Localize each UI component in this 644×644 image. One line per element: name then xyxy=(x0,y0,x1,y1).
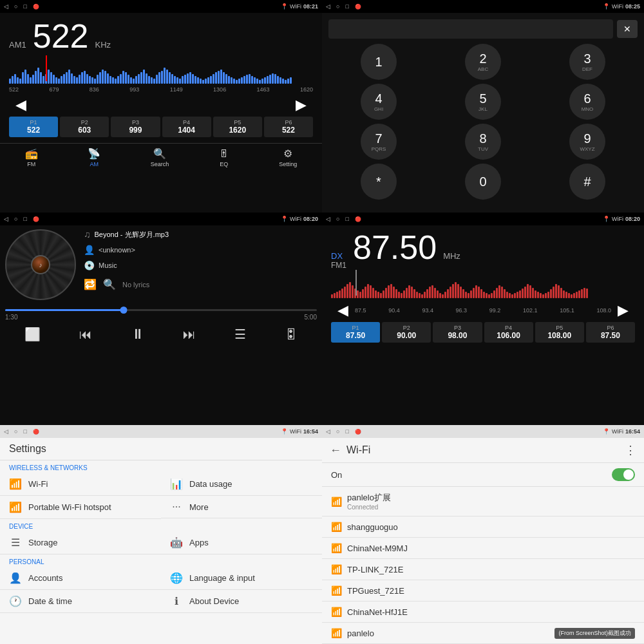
music-stop-btn[interactable]: ⬜ xyxy=(24,327,41,342)
am-tool-eq[interactable]: 🎚 EQ xyxy=(219,148,229,167)
phone-key-6[interactable]: 6MNO xyxy=(569,84,605,120)
music-recents[interactable]: □ xyxy=(23,216,26,222)
phone-key-7[interactable]: 7PQRS xyxy=(361,124,397,160)
phone-recents-icon[interactable]: □ xyxy=(345,3,348,10)
am-preset-6[interactable]: P6 522 xyxy=(264,117,313,137)
fm-spectrum-bar xyxy=(352,285,354,298)
fm-prev-btn[interactable]: ◀ xyxy=(337,302,348,319)
am-preset-2-freq: 603 xyxy=(61,126,108,135)
fm-spectrum-bar xyxy=(424,292,426,298)
settings-recents[interactable]: □ xyxy=(23,428,26,435)
am-preset-4-num: P4 xyxy=(164,119,210,126)
phone-key-4[interactable]: 4GHI xyxy=(361,84,397,120)
am-tool-setting[interactable]: ⚙ Setting xyxy=(279,147,297,167)
am-preset-4[interactable]: P4 1404 xyxy=(162,117,211,137)
music-play-pause-btn[interactable]: ⏸ xyxy=(131,326,145,343)
fm-spectrum-bar xyxy=(450,287,451,298)
settings-wifi-item[interactable]: 📶 Wi-Fi xyxy=(0,473,161,496)
am-navigation: ◀ ▶ xyxy=(9,95,313,115)
music-progress-thumb[interactable] xyxy=(120,307,127,314)
am-home-icon[interactable]: ○ xyxy=(14,3,17,10)
phone-key-3[interactable]: 3DEF xyxy=(569,44,605,80)
am-preset-1[interactable]: P1 522 xyxy=(9,117,58,137)
am-spectrum-bar xyxy=(246,75,248,84)
phone-key-9[interactable]: 9WXYZ xyxy=(569,124,605,160)
music-equalizer-btn[interactable]: 🎛 xyxy=(285,327,298,342)
fm-spectrum-bar xyxy=(416,292,418,298)
fm-home[interactable]: ○ xyxy=(336,216,339,222)
fm-spectrum-bar xyxy=(413,289,415,298)
phone-key-8[interactable]: 8TUV xyxy=(465,124,501,160)
am-prev-btn[interactable]: ◀ xyxy=(15,97,26,113)
phone-nav-icon[interactable]: ◁ xyxy=(326,3,330,10)
fm-preset-4[interactable]: P4 106.00 xyxy=(484,322,533,343)
wifi-toggle[interactable] xyxy=(612,468,635,481)
am-spectrum-bar xyxy=(112,77,114,84)
settings-storage-item[interactable]: ☰ Storage xyxy=(0,531,161,554)
settings-accounts-item[interactable]: 👤 Accounts xyxy=(0,567,161,590)
phone-key-star[interactable]: * xyxy=(361,164,397,200)
settings-nav-back[interactable]: ◁ xyxy=(4,428,8,435)
fm-spectrum-bar xyxy=(516,292,518,298)
wifi-nav-back[interactable]: ◁ xyxy=(326,428,330,435)
wifi-network-panlelo[interactable]: 📶 panlelo扩展 Connected xyxy=(322,487,644,516)
music-home[interactable]: ○ xyxy=(14,216,17,222)
wifi-network-tplink[interactable]: 📶 TP-LINK_721E xyxy=(322,559,644,580)
phone-key-hash[interactable]: # xyxy=(569,164,605,200)
phone-home-icon[interactable]: ○ xyxy=(336,3,339,10)
wifi-recents[interactable]: □ xyxy=(345,428,348,435)
settings-more-item[interactable]: ··· More xyxy=(161,496,322,518)
music-playlist-btn[interactable]: ☰ xyxy=(234,327,246,342)
music-search-btn[interactable]: 🔍 xyxy=(103,278,116,290)
wifi-network-shang[interactable]: 📶 shangguoguo xyxy=(322,516,644,538)
am-nav-back-icon[interactable]: ◁ xyxy=(4,3,8,10)
am-tool-search[interactable]: 🔍 Search xyxy=(151,147,169,167)
phone-number-input[interactable] xyxy=(328,19,613,39)
phone-backspace-btn[interactable]: ✕ xyxy=(617,20,638,38)
settings-apps-item[interactable]: 🤖 Apps xyxy=(161,531,322,554)
music-nav-back[interactable]: ◁ xyxy=(4,216,8,222)
fm-spectrum: const fmH = [6,8,10,12,15,18,22,25,20,15… xyxy=(331,270,635,301)
fm-next-btn[interactable]: ▶ xyxy=(618,302,629,319)
music-repeat-btn[interactable]: 🔁 xyxy=(84,278,97,290)
fm-spectrum-bar xyxy=(571,294,573,298)
fm-recents[interactable]: □ xyxy=(345,216,348,222)
phone-key-1[interactable]: 1 xyxy=(361,44,397,80)
phone-key-2[interactable]: 2ABC xyxy=(465,44,501,80)
wifi-back-btn[interactable]: ← xyxy=(330,444,341,457)
am-preset-5[interactable]: P5 1620 xyxy=(213,117,262,137)
fm-preset-1[interactable]: P1 87.50 xyxy=(331,322,380,343)
music-progress-bar[interactable] xyxy=(5,309,317,311)
wifi-network-chinanet2[interactable]: 📶 ChinaNet-HfJ1E xyxy=(322,601,644,623)
fm-preset-5[interactable]: P5 108.00 xyxy=(535,322,584,343)
fm-preset-3[interactable]: P3 98.00 xyxy=(433,322,482,343)
settings-home[interactable]: ○ xyxy=(14,428,17,435)
settings-datetime-item[interactable]: 🕐 Date & time xyxy=(0,590,161,613)
wifi-menu-btn[interactable]: ⋮ xyxy=(625,443,636,457)
music-track-name: Beyond - 光辉岁月.mp3 xyxy=(95,230,169,240)
settings-hotspot-item[interactable]: 📶 Portable Wi-Fi hotspot xyxy=(0,496,161,519)
am-next-btn[interactable]: ▶ xyxy=(296,97,307,113)
settings-language-item[interactable]: 🌐 Language & input xyxy=(161,567,322,590)
am-preset-3[interactable]: P3 999 xyxy=(111,117,160,137)
phone-key-0[interactable]: 0 xyxy=(465,164,501,200)
fm-preset-6[interactable]: P6 87.50 xyxy=(586,322,635,343)
am-preset-2[interactable]: P2 603 xyxy=(60,117,109,137)
phone-key-5[interactable]: 5JKL xyxy=(465,84,501,120)
am-recents-icon[interactable]: □ xyxy=(23,3,26,10)
am-tool-fm[interactable]: 📻 FM xyxy=(25,147,38,167)
fm-nav-back[interactable]: ◁ xyxy=(326,216,330,222)
music-time-elapsed: 1:30 xyxy=(5,314,17,321)
settings-about-item[interactable]: ℹ About Device xyxy=(161,590,322,613)
fm-preset-2[interactable]: P2 90.00 xyxy=(382,322,431,343)
wifi-home[interactable]: ○ xyxy=(336,428,339,435)
music-prev-btn[interactable]: ⏮ xyxy=(79,327,92,342)
wifi-network-chinanet[interactable]: 📶 ChinaNet-M9MJ xyxy=(322,538,644,559)
wifi-network-tpguest[interactable]: 📶 TPGuest_721E xyxy=(322,580,644,601)
settings-datausage-item[interactable]: 📊 Data usage xyxy=(161,473,322,496)
am-tool-am[interactable]: 📡 AM xyxy=(88,147,100,167)
music-next-btn[interactable]: ⏭ xyxy=(183,327,196,342)
wifi-network-panlelo2[interactable]: 📶 panlelo (From ScreenShot)截图成功 xyxy=(322,623,644,644)
phone-key-7-num: 7 xyxy=(375,131,382,146)
music-status-bar: ◁ ○ □ 🔴 📍 WiFi 08:20 xyxy=(0,213,322,225)
